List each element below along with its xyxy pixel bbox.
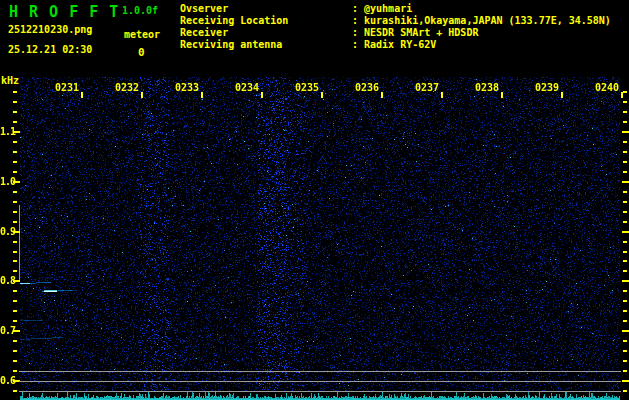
output-filename: 2512210230.png [8,24,92,35]
freq-tick-right [623,221,627,223]
time-tick-label: 0240 [595,82,619,93]
freq-tick-left [13,290,17,292]
time-tick [141,92,143,98]
station-info-row: Ovserver: @yuhmari [180,3,611,15]
time-tick-label: 0235 [295,82,319,93]
freq-tick-right [623,151,627,153]
time-tick [621,92,623,98]
freq-tick-label: 0.9 [0,226,15,237]
info-value: : kurashiki,Okayama,JAPAN (133.77E, 34.5… [352,15,611,26]
reference-line [19,381,621,382]
freq-tick-right [623,101,627,103]
freq-tick-left [13,340,17,342]
time-tick [441,92,443,98]
freq-tick-right [623,300,627,302]
freq-tick-left [13,300,17,302]
spectrogram-canvas [20,77,620,400]
freq-tick-right [623,111,627,113]
freq-tick-right [623,360,627,362]
freq-tick-right [623,171,627,173]
freq-tick-right [622,231,629,233]
freq-tick-left [13,370,17,372]
freq-tick-right [622,330,629,332]
info-label: Receiver [180,27,352,39]
hrofft-screen: H R O F F T 1.0.0f 2512210230.png meteor… [0,0,629,400]
info-label: Receiving Location [180,15,352,27]
info-label: Ovserver [180,3,352,15]
station-info-block: Ovserver: @yuhmariReceiving Location: ku… [180,3,611,51]
freq-tick-left [13,320,17,322]
freq-tick-right [623,350,627,352]
meteor-count: 0 [138,46,145,59]
freq-tick-left [13,191,17,193]
freq-tick-right [623,121,627,123]
freq-tick-left [13,161,17,163]
observation-tag: meteor [124,29,160,40]
time-tick [321,92,323,98]
time-tick [381,92,383,98]
freq-tick-right [623,270,627,272]
freq-tick-left [13,360,17,362]
reference-line [19,371,621,372]
freq-tick-right [623,320,627,322]
time-tick-label: 0233 [175,82,199,93]
time-tick-label: 0236 [355,82,379,93]
freq-tick-left [13,221,17,223]
freq-tick-label: 0.7 [0,325,15,336]
freq-tick-left [13,310,17,312]
freq-tick-right [623,241,627,243]
freq-tick-right [623,340,627,342]
time-tick [261,92,263,98]
freq-tick-left [13,111,17,113]
time-tick-label: 0234 [235,82,259,93]
reference-line [19,391,621,392]
info-value: : @yuhmari [352,3,412,14]
info-value: : NESDR SMArt + HDSDR [352,27,478,38]
station-info-row: Receiving Location: kurashiki,Okayama,JA… [180,15,611,27]
time-tick-label: 0239 [535,82,559,93]
freq-tick-right [623,91,627,93]
freq-tick-left [13,390,17,392]
freq-tick-right [623,390,627,392]
time-tick [201,92,203,98]
time-tick [561,92,563,98]
freq-tick-left [13,121,17,123]
time-tick [501,92,503,98]
freq-tick-right [622,131,629,133]
freq-tick-left [13,211,17,213]
freq-tick-left [13,91,17,93]
freq-tick-left [13,350,17,352]
freq-tick-right [623,251,627,253]
freq-tick-right [623,161,627,163]
freq-tick-left [13,101,17,103]
freq-tick-left [13,151,17,153]
freq-tick-left [13,270,17,272]
time-tick [81,92,83,98]
freq-tick-label: 1.0 [0,176,15,187]
freq-tick-label: 0.8 [0,275,15,286]
station-info-row: Receiver: NESDR SMArt + HDSDR [180,27,611,39]
freq-tick-right [623,211,627,213]
freq-tick-right [622,181,629,183]
time-tick-label: 0238 [475,82,499,93]
app-version: 1.0.0f [122,5,158,16]
freq-tick-right [623,191,627,193]
app-title: H R O F F T [9,3,119,21]
freq-tick-right [622,280,629,282]
freq-tick-right [622,380,629,382]
freq-tick-left [13,241,17,243]
freq-tick-label: 0.6 [0,375,15,386]
freq-tick-left [13,251,17,253]
time-tick-label: 0232 [115,82,139,93]
freq-tick-left [13,201,17,203]
info-label: Recviving antenna [180,39,352,51]
freq-tick-right [623,201,627,203]
freq-tick-right [623,260,627,262]
freq-tick-left [13,260,17,262]
time-tick-label: 0231 [55,82,79,93]
freq-tick-right [623,141,627,143]
freq-tick-right [623,370,627,372]
freq-tick-left [13,171,17,173]
freq-tick-label: 1.1 [0,126,15,137]
time-tick-label: 0237 [415,82,439,93]
